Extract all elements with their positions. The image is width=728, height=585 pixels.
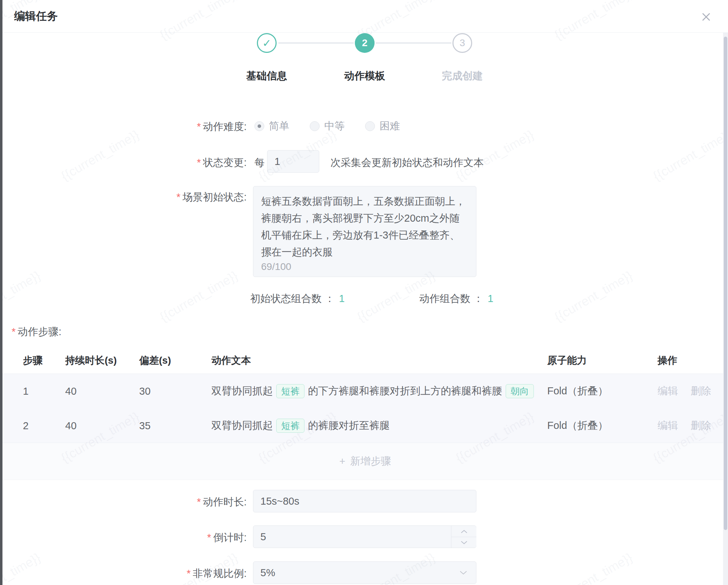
required-mark: *: [197, 157, 201, 168]
countdown-input[interactable]: [253, 525, 476, 548]
step-number: 2: [362, 37, 368, 49]
countdown-increase-button[interactable]: [451, 526, 476, 537]
column-header: 步骤: [23, 354, 43, 367]
step-connector: [376, 42, 451, 44]
countdown-label: *倒计时:: [0, 531, 247, 545]
step-3-indicator: 3: [452, 33, 472, 53]
required-mark: *: [207, 532, 211, 543]
orientation-tag: 朝向: [506, 384, 534, 398]
row-actions: 编辑 删除: [658, 384, 711, 398]
required-mark: *: [187, 568, 191, 579]
action-text-cell: 双臂协同抓起 短裤 的裤腰对折至裤腿: [211, 419, 390, 433]
step-1-indicator: ✓: [257, 33, 277, 53]
radio-label: 困难: [380, 119, 400, 133]
delete-step-button[interactable]: 删除: [691, 384, 711, 398]
required-mark: *: [177, 191, 180, 203]
edit-step-button[interactable]: 编辑: [658, 419, 678, 433]
difficulty-label: *动作难度:: [0, 120, 247, 134]
state-change-input[interactable]: [267, 150, 319, 173]
scene-initial-text: 短裤五条数据背面朝上，五条数据正面朝上，裤腰朝右，离头部视野下方至少20cm之外…: [253, 186, 476, 260]
difficulty-radio-group: 简单 中等 困难: [254, 119, 400, 133]
scene-initial-textarea[interactable]: 短裤五条数据背面朝上，五条数据正面朝上，裤腰朝右，离头部视野下方至少20cm之外…: [253, 186, 476, 277]
plus-icon: +: [339, 456, 345, 467]
action-text-cell: 双臂协同抓起 短裤 的下方裤腿和裤腰对折到上方的裤腿和裤腰 朝向: [211, 384, 537, 398]
radio-circle: [365, 121, 375, 131]
state-change-suffix: 次采集会更新初始状态和动作文本: [331, 156, 484, 170]
char-counter: 69/100: [261, 261, 291, 272]
step-2-label: 动作模板: [326, 69, 403, 83]
action-duration-label: *动作时长:: [0, 495, 247, 509]
radio-label: 简单: [269, 119, 289, 133]
step-3-label: 完成创建: [424, 69, 501, 83]
countdown-decrease-button[interactable]: [451, 537, 476, 548]
duration-cell: 40: [65, 420, 76, 431]
scene-initial-label: *场景初始状态:: [0, 190, 247, 204]
step-number-cell: 2: [23, 420, 29, 431]
table-row: 2 40 35 双臂协同抓起 短裤 的裤腰对折至裤腿 Fold（折叠） 编辑 删…: [2, 408, 728, 443]
radio-simple[interactable]: 简单: [254, 119, 289, 133]
table-row: 1 40 30 双臂协同抓起 短裤 的下方裤腿和裤腰对折到上方的裤腿和裤腰 朝向…: [2, 374, 728, 409]
deviation-cell: 30: [139, 386, 150, 397]
check-icon: ✓: [262, 37, 271, 49]
column-header: 偏差(s): [139, 354, 171, 367]
radio-medium[interactable]: 中等: [310, 119, 345, 133]
column-header: 持续时长(s): [65, 354, 117, 367]
dialog-header: 编辑任务: [2, 0, 728, 33]
required-mark: *: [197, 496, 201, 507]
unusual-ratio-select[interactable]: 5%: [253, 561, 476, 584]
row-actions: 编辑 删除: [658, 419, 711, 433]
column-header: 操作: [658, 354, 677, 367]
close-icon: [700, 11, 712, 23]
action-steps-label: *动作步骤:: [12, 325, 61, 339]
countdown-stepper: [451, 526, 476, 548]
radio-circle: [254, 121, 264, 131]
object-tag: 短裤: [276, 419, 304, 433]
action-combo-count: 动作组合数：1: [419, 292, 493, 306]
selected-value: 5%: [260, 562, 275, 584]
object-tag: 短裤: [276, 384, 304, 398]
chevron-down-icon: [459, 570, 468, 575]
state-change-prefix: 每: [254, 156, 265, 170]
action-combo-value: 1: [488, 293, 493, 304]
radio-label: 中等: [324, 119, 345, 133]
action-duration-input[interactable]: [253, 490, 476, 512]
radio-circle: [310, 121, 320, 131]
add-step-button[interactable]: + 新增步骤: [2, 443, 728, 480]
scrollbar-thumb[interactable]: [724, 37, 727, 530]
chevron-up-icon: [461, 529, 468, 534]
duration-cell: 40: [65, 386, 76, 397]
initial-combo-count: 初始状态组合数：1: [250, 292, 345, 306]
dialog-title: 编辑任务: [14, 0, 58, 32]
required-mark: *: [12, 326, 16, 337]
step-2-indicator: 2: [355, 33, 375, 53]
step-number: 3: [459, 37, 465, 49]
close-button[interactable]: [700, 9, 715, 25]
edit-task-dialog: {{current_time}}{{current_time}}{{curren…: [0, 0, 728, 585]
edit-step-button[interactable]: 编辑: [658, 384, 678, 398]
page-edge: [0, 0, 2, 585]
step-number-cell: 1: [23, 386, 29, 397]
deviation-cell: 35: [139, 420, 150, 431]
initial-combo-value: 1: [339, 293, 345, 304]
chevron-down-icon: [461, 540, 468, 544]
radio-hard[interactable]: 困难: [365, 119, 400, 133]
delete-step-button[interactable]: 删除: [691, 419, 711, 433]
column-header: 原子能力: [547, 354, 587, 367]
required-mark: *: [197, 121, 201, 132]
step-connector: [278, 42, 354, 44]
unusual-ratio-label: *非常规比例:: [0, 567, 247, 581]
add-step-label: 新增步骤: [350, 454, 391, 468]
step-1-label: 基础信息: [228, 69, 306, 83]
state-change-label: *状态变更:: [0, 156, 247, 170]
scrollbar-track: [723, 33, 728, 585]
ability-cell: Fold（折叠）: [547, 419, 608, 433]
column-header: 动作文本: [211, 354, 251, 367]
steps-table-header: 步骤 持续时长(s) 偏差(s) 动作文本 原子能力 操作: [2, 347, 728, 374]
ability-cell: Fold（折叠）: [547, 384, 608, 398]
